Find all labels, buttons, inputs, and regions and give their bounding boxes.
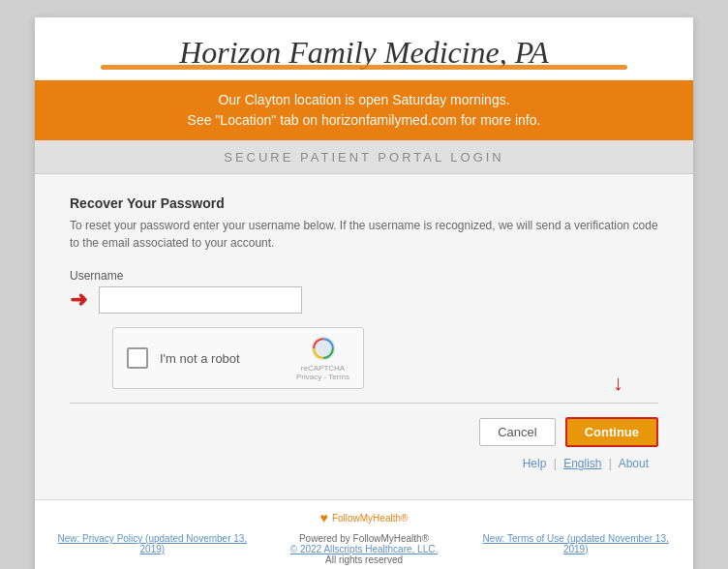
recover-title: Recover Your Password xyxy=(70,195,658,211)
bottom-bar: ♥ FollowMyHealth® New: Privacy Policy (u… xyxy=(35,499,693,569)
portal-bar: SECURE PATIENT PORTAL LOGIN xyxy=(35,140,693,174)
recaptcha-branding-area: reCAPTCHA Privacy - Terms xyxy=(296,335,349,381)
recover-description: To reset your password enter your userna… xyxy=(70,217,658,252)
portal-label: SECURE PATIENT PORTAL LOGIN xyxy=(224,150,504,165)
copyright-link[interactable]: © 2022 Allscripts Healthcare, LLC. xyxy=(290,544,438,554)
bottom-bar-columns: New: Privacy Policy (updated November 13… xyxy=(46,533,682,565)
username-label: Username xyxy=(70,269,658,283)
rights-text: All rights reserved xyxy=(258,554,470,565)
banner-line1: Our Clayton location is open Saturday mo… xyxy=(52,90,676,110)
heart-icon: ♥ xyxy=(320,510,328,525)
terms-of-use-link[interactable]: New: Terms of Use (updated November 13, … xyxy=(483,533,669,554)
recaptcha-checkbox[interactable] xyxy=(127,347,148,369)
privacy-policy-link[interactable]: New: Privacy Policy (updated November 13… xyxy=(58,533,248,554)
page-wrapper: Horizon Family Medicine, PA Our Clayton … xyxy=(0,0,728,569)
cancel-button[interactable]: Cancel xyxy=(479,418,555,446)
announcement-banner: Our Clayton location is open Saturday mo… xyxy=(35,80,693,140)
recaptcha-label: I'm not a robot xyxy=(160,351,285,366)
help-link[interactable]: Help xyxy=(523,457,547,470)
main-card: Horizon Family Medicine, PA Our Clayton … xyxy=(35,17,693,569)
separator-1: | xyxy=(554,457,557,470)
bottom-bar-top: ♥ FollowMyHealth® xyxy=(46,510,682,525)
banner-line2: See "Location" tab on horizonfamilymed.c… xyxy=(52,110,676,131)
username-input[interactable] xyxy=(99,286,302,314)
recaptcha-brand-label: reCAPTCHA xyxy=(301,364,345,373)
fmh-logo-text: FollowMyHealth® xyxy=(332,513,409,524)
copyright-text: © 2022 Allscripts Healthcare, LLC. xyxy=(258,544,470,554)
separator-2: | xyxy=(609,457,612,470)
privacy-policy-col: New: Privacy Policy (updated November 13… xyxy=(46,533,258,554)
header-underline xyxy=(101,65,627,70)
recaptcha-logo-icon xyxy=(310,335,337,362)
arrow-left-icon: ➜ xyxy=(70,287,87,313)
content-area: Recover Your Password To reset your pass… xyxy=(35,174,693,499)
content-divider xyxy=(70,403,658,404)
recaptcha-links: Privacy - Terms xyxy=(296,373,349,381)
powered-by-text: Powered by FollowMyHealth® xyxy=(258,533,470,544)
header: Horizon Family Medicine, PA xyxy=(35,17,693,80)
continue-button[interactable]: Continue xyxy=(565,417,658,447)
arrow-down-icon: ↓ xyxy=(613,371,623,396)
footer-links: Help | English | About xyxy=(70,453,658,478)
buttons-area: ↓ Cancel Continue xyxy=(70,417,658,453)
username-row: ➜ xyxy=(70,286,658,314)
about-link[interactable]: About xyxy=(619,457,649,470)
recaptcha-widget[interactable]: I'm not a robot reCAPTCHA Privacy - Term… xyxy=(112,327,364,389)
banner-text: Our Clayton location is open Saturday mo… xyxy=(52,90,676,131)
copyright-col: Powered by FollowMyHealth® © 2022 Allscr… xyxy=(258,533,470,565)
language-link[interactable]: English xyxy=(563,457,601,470)
terms-col: New: Terms of Use (updated November 13, … xyxy=(470,533,682,554)
